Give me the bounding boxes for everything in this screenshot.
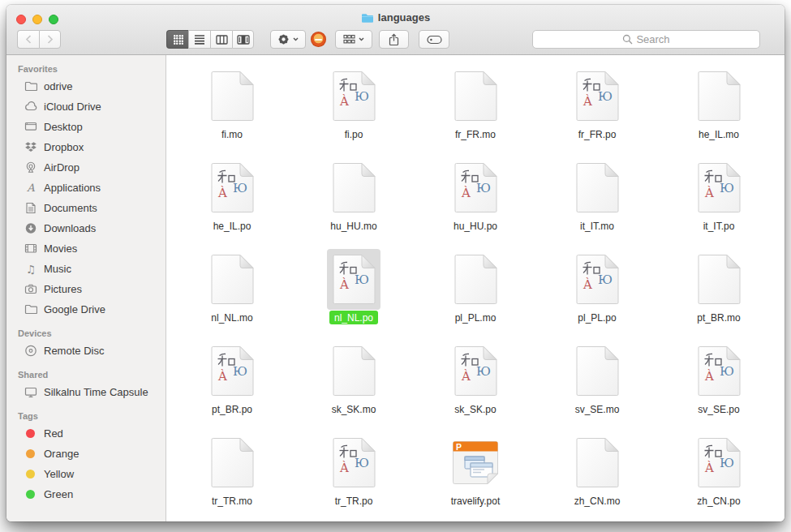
icon-view-button[interactable] — [166, 30, 188, 49]
sidebar-item-label: Remote Disc — [44, 345, 104, 357]
document-icon — [24, 202, 37, 215]
file-it_IT.po[interactable]: À Юit_IT.po — [658, 153, 780, 245]
view-switcher — [166, 30, 254, 49]
file-sv_SE.mo[interactable]: sv_SE.mo — [536, 337, 658, 428]
search-field[interactable]: Search — [532, 30, 760, 49]
file-icon-wrap — [205, 432, 259, 493]
sidebar-item-remote-disc[interactable]: Remote Disc — [6, 341, 166, 361]
sidebar-item-label: odrive — [44, 80, 72, 92]
file-it_IT.mo[interactable]: it_IT.mo — [536, 153, 658, 245]
action-menu-button[interactable] — [270, 30, 306, 49]
file-name-label: fi.po — [340, 127, 368, 141]
sidebar-item-icloud-drive[interactable]: iCloud Drive — [6, 97, 166, 117]
sidebar-item-dropbox[interactable]: Dropbox — [6, 137, 166, 157]
pot-file-icon: P — [451, 440, 500, 485]
file-name-label: it_IT.po — [699, 219, 740, 233]
downloads-icon — [24, 222, 37, 235]
odrive-toolbar-icon[interactable] — [311, 32, 326, 47]
mo-file-icon — [698, 254, 741, 305]
sidebar-item-silkalnu-time-capsule[interactable]: Silkalnu Time Capsule — [6, 382, 166, 402]
sidebar-item-label: Silkalnu Time Capsule — [44, 386, 148, 398]
svg-text:À: À — [461, 369, 471, 384]
sidebar-item-airdrop[interactable]: AirDrop — [6, 157, 166, 178]
sidebar-item-documents[interactable]: Documents — [6, 198, 166, 218]
sidebar-item-music[interactable]: ♫Music — [6, 259, 166, 279]
coverflow-view-icon — [237, 35, 250, 45]
file-tr_TR.mo[interactable]: tr_TR.mo — [171, 428, 293, 520]
po-file-icon: À Ю — [211, 345, 254, 397]
sidebar-item-downloads[interactable]: Downloads — [6, 218, 166, 238]
mo-file-icon — [576, 437, 619, 488]
file-icon-wrap: À Ю — [449, 341, 502, 401]
file-he_IL.mo[interactable]: he_IL.mo — [658, 62, 780, 153]
file-hu_HU.mo[interactable]: hu_HU.mo — [293, 153, 415, 245]
share-button[interactable] — [379, 30, 409, 49]
forward-button[interactable] — [39, 30, 61, 49]
svg-text:Ю: Ю — [476, 181, 491, 195]
sidebar-item-red[interactable]: Red — [6, 423, 166, 444]
sidebar-item-orange[interactable]: Orange — [6, 444, 166, 464]
column-view-button[interactable] — [210, 30, 232, 49]
mo-file-icon — [333, 162, 376, 213]
sidebar-item-applications[interactable]: AApplications — [6, 178, 166, 198]
back-button[interactable] — [17, 30, 39, 49]
file-name-label: travelify.pot — [446, 494, 505, 508]
file-nl_NL.mo[interactable]: nl_NL.mo — [171, 245, 293, 337]
sidebar-item-movies[interactable]: Movies — [6, 238, 166, 259]
sidebar-item-label: Desktop — [44, 121, 83, 133]
finder-window: languages — [6, 5, 785, 521]
svg-text:À: À — [704, 461, 714, 475]
sidebar-item-odrive[interactable]: odrive — [6, 76, 166, 97]
svg-text:À: À — [583, 94, 592, 109]
file-fi.mo[interactable]: fi.mo — [171, 62, 293, 153]
list-view-icon — [194, 34, 205, 45]
sidebar-item-green[interactable]: Green — [6, 484, 166, 504]
file-he_IL.po[interactable]: À Юhe_IL.po — [171, 153, 293, 245]
file-icon-wrap: À Ю — [692, 432, 746, 493]
sidebar-item-yellow[interactable]: Yellow — [6, 464, 166, 484]
file-sk_SK.po[interactable]: À Юsk_SK.po — [415, 337, 536, 428]
coverflow-view-button[interactable] — [232, 30, 254, 49]
file-hu_HU.po[interactable]: À Юhu_HU.po — [415, 153, 536, 245]
svg-text:Ю: Ю — [355, 272, 369, 287]
arrange-button[interactable] — [335, 30, 372, 49]
sidebar-item-pictures[interactable]: Pictures — [6, 279, 166, 299]
file-zh_CN.mo[interactable]: zh_CN.mo — [536, 428, 658, 520]
svg-text:À: À — [704, 369, 714, 384]
file-pt_BR.po[interactable]: À Юpt_BR.po — [171, 337, 293, 428]
svg-text:À: À — [217, 369, 227, 384]
desktop-icon — [24, 121, 37, 134]
file-fr_FR.mo[interactable]: fr_FR.mo — [415, 62, 536, 153]
sidebar: FavoritesodriveiCloud DriveDesktopDropbo… — [6, 55, 166, 521]
file-fi.po[interactable]: À Юfi.po — [293, 62, 415, 153]
file-zh_CN.po[interactable]: À Юzh_CN.po — [658, 428, 780, 520]
file-pl_PL.po[interactable]: À Юpl_PL.po — [536, 245, 658, 337]
titlebar: languages — [6, 5, 785, 55]
file-icon-wrap — [570, 341, 624, 401]
file-tr_TR.po[interactable]: À Юtr_TR.po — [293, 428, 415, 520]
file-name-label: zh_CN.po — [692, 494, 745, 508]
svg-text:Ю: Ю — [720, 364, 734, 379]
mo-file-icon — [576, 162, 619, 213]
po-file-icon: À Ю — [576, 254, 619, 305]
sidebar-item-desktop[interactable]: Desktop — [6, 117, 166, 137]
file-icon-wrap — [205, 66, 259, 127]
movies-icon — [24, 242, 37, 255]
svg-text:À: À — [704, 186, 714, 200]
tags-button[interactable] — [419, 30, 449, 49]
nav-buttons — [17, 30, 61, 49]
po-file-icon: À Ю — [333, 437, 376, 488]
file-nl_NL.po[interactable]: À Юnl_NL.po — [293, 245, 415, 337]
file-pl_PL.mo[interactable]: pl_PL.mo — [415, 245, 536, 337]
list-view-button[interactable] — [188, 30, 210, 49]
sidebar-item-label: Yellow — [44, 468, 74, 480]
file-sv_SE.po[interactable]: À Юsv_SE.po — [658, 337, 780, 428]
sidebar-item-google-drive[interactable]: Google Drive — [6, 299, 166, 320]
mo-file-icon — [211, 437, 254, 488]
mo-file-icon — [454, 71, 497, 122]
file-name-label: nl_NL.mo — [206, 311, 257, 324]
file-pt_BR.mo[interactable]: pt_BR.mo — [658, 245, 780, 337]
file-travelify.pot[interactable]: P travelify.pot — [415, 428, 536, 520]
file-sk_SK.mo[interactable]: sk_SK.mo — [293, 337, 415, 428]
file-fr_FR.po[interactable]: À Юfr_FR.po — [536, 62, 658, 153]
